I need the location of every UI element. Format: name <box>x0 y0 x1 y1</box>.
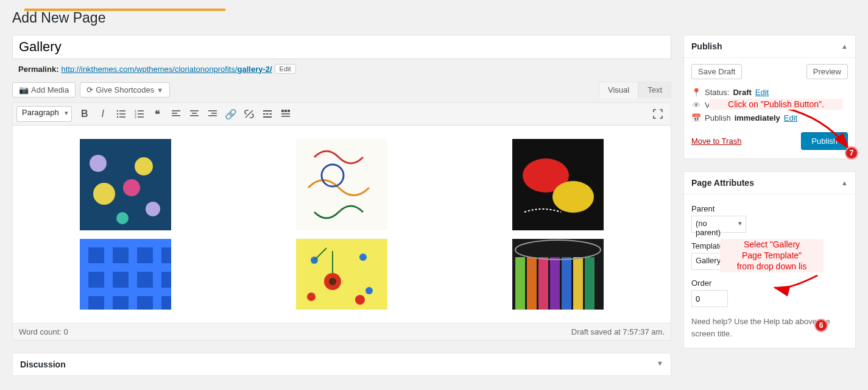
svg-rect-13 <box>172 113 177 114</box>
bullet-list-button[interactable] <box>112 105 130 122</box>
readmore-button[interactable] <box>258 105 277 122</box>
svg-point-39 <box>116 212 129 224</box>
schedule-edit-link[interactable]: Edit <box>784 113 797 122</box>
svg-rect-26 <box>270 113 272 115</box>
editor-content-area[interactable] <box>13 126 671 323</box>
svg-point-34 <box>93 183 115 205</box>
svg-point-2 <box>117 113 118 115</box>
tab-visual[interactable]: Visual <box>599 82 638 98</box>
pin-icon: 📍 <box>691 88 701 97</box>
editor-toolbar: Paragraph B I 123 ❝ 🔗 <box>13 103 671 126</box>
permalink-label: Permalink: <box>18 65 58 74</box>
order-input[interactable] <box>691 290 728 307</box>
link-button[interactable]: 🔗 <box>222 105 240 122</box>
chevron-down-icon: ▼ <box>157 87 163 94</box>
italic-button[interactable]: I <box>94 105 112 122</box>
camera-icon: 📷 <box>19 85 29 94</box>
svg-rect-30 <box>288 110 290 112</box>
svg-rect-15 <box>190 110 199 112</box>
page-attributes-title: Page Attributes <box>691 178 754 188</box>
save-draft-button[interactable]: Save Draft <box>691 64 742 79</box>
preview-button[interactable]: Preview <box>806 64 848 79</box>
status-edit-link[interactable]: Edit <box>755 88 769 97</box>
page-attributes-header[interactable]: Page Attributes ▲ <box>684 172 855 194</box>
gallery-row-1 <box>25 139 658 230</box>
gallery-image[interactable] <box>296 139 387 230</box>
visibility-edit-link[interactable]: Edit <box>766 101 780 110</box>
svg-rect-28 <box>281 110 284 112</box>
unlink-button[interactable] <box>240 105 258 122</box>
word-count: Word count: 0 <box>19 327 68 336</box>
gallery-image[interactable] <box>296 239 387 310</box>
template-select[interactable]: Gallery Page <box>691 253 771 270</box>
svg-rect-20 <box>208 115 217 116</box>
svg-rect-9 <box>138 113 144 115</box>
main-column: Permalink: http://inkthemes.com/wpthemes… <box>12 35 671 376</box>
tab-text[interactable]: Text <box>638 82 671 98</box>
refresh-icon: ⟳ <box>86 85 93 94</box>
top-accent-bar <box>24 9 225 11</box>
svg-rect-18 <box>208 110 217 112</box>
sidebar-column: Publish ▲ Save Draft Preview 📍 Status: D… <box>683 35 856 376</box>
permalink-row: Permalink: http://inkthemes.com/wpthemes… <box>12 59 671 82</box>
align-left-button[interactable] <box>167 105 185 122</box>
draft-saved-time: Draft saved at 7:57:37 am. <box>571 327 665 336</box>
fullscreen-button[interactable] <box>649 105 667 122</box>
gallery-image[interactable] <box>512 239 604 310</box>
eye-icon: 👁 <box>691 101 701 110</box>
give-shortcodes-button[interactable]: ⟳ Give Shortcodes ▼ <box>80 82 170 98</box>
numbered-list-button[interactable]: 123 <box>130 105 149 122</box>
publish-button[interactable]: Publish <box>801 132 848 150</box>
schedule-row: 📅 Publish immediately Edit <box>691 113 848 122</box>
page-title-input[interactable] <box>12 35 671 59</box>
svg-point-35 <box>135 157 153 176</box>
svg-point-53 <box>359 254 367 261</box>
align-right-button[interactable] <box>203 105 222 122</box>
svg-rect-3 <box>119 113 125 115</box>
svg-point-54 <box>365 287 373 294</box>
svg-point-36 <box>123 179 140 196</box>
permalink-edit-button[interactable]: Edit <box>275 64 296 74</box>
svg-rect-60 <box>515 257 525 310</box>
svg-point-56 <box>355 295 365 305</box>
svg-point-55 <box>307 292 316 301</box>
svg-rect-31 <box>281 113 290 115</box>
publish-panel-header[interactable]: Publish ▲ <box>684 35 855 58</box>
svg-rect-27 <box>263 116 272 118</box>
gallery-image[interactable] <box>80 239 171 310</box>
gallery-image[interactable] <box>80 139 171 230</box>
discussion-panel-header[interactable]: Discussion ▼ <box>13 353 671 375</box>
svg-rect-64 <box>562 257 571 310</box>
svg-rect-62 <box>538 257 548 310</box>
gallery-image[interactable] <box>512 139 604 230</box>
permalink-url[interactable]: http://inkthemes.com/wpthemes/cloriatono… <box>61 65 272 74</box>
svg-rect-25 <box>266 113 268 115</box>
svg-point-38 <box>146 202 160 216</box>
svg-rect-14 <box>172 115 180 116</box>
bold-button[interactable]: B <box>76 105 94 122</box>
move-to-trash-link[interactable]: Move to Trash <box>691 136 741 146</box>
order-label: Order <box>691 278 848 288</box>
svg-point-0 <box>117 110 118 112</box>
publish-panel-title: Publish <box>691 41 722 51</box>
add-media-button[interactable]: 📷 Add Media <box>12 82 76 98</box>
discussion-title: Discussion <box>20 360 66 369</box>
marker-6: 6 <box>814 319 828 332</box>
svg-rect-61 <box>527 257 537 310</box>
align-center-button[interactable] <box>185 105 203 122</box>
marker-7: 7 <box>845 146 858 160</box>
blockquote-button[interactable]: ❝ <box>149 105 167 122</box>
status-row: 📍 Status: Draft Edit <box>691 88 848 97</box>
parent-select[interactable]: (no parent) <box>691 216 746 233</box>
svg-rect-11 <box>138 116 144 118</box>
template-label: Template <box>691 241 848 250</box>
svg-point-37 <box>90 155 107 172</box>
svg-rect-7 <box>138 110 144 112</box>
format-select[interactable]: Paragraph <box>16 106 72 122</box>
svg-rect-12 <box>172 110 180 112</box>
editor-footer: Word count: 0 Draft saved at 7:57:37 am. <box>13 323 671 340</box>
toolbar-toggle-button[interactable] <box>277 105 295 122</box>
discussion-panel: Discussion ▼ <box>12 353 671 376</box>
publish-panel: Publish ▲ Save Draft Preview 📍 Status: D… <box>683 35 856 159</box>
chevron-up-icon: ▲ <box>841 179 848 186</box>
